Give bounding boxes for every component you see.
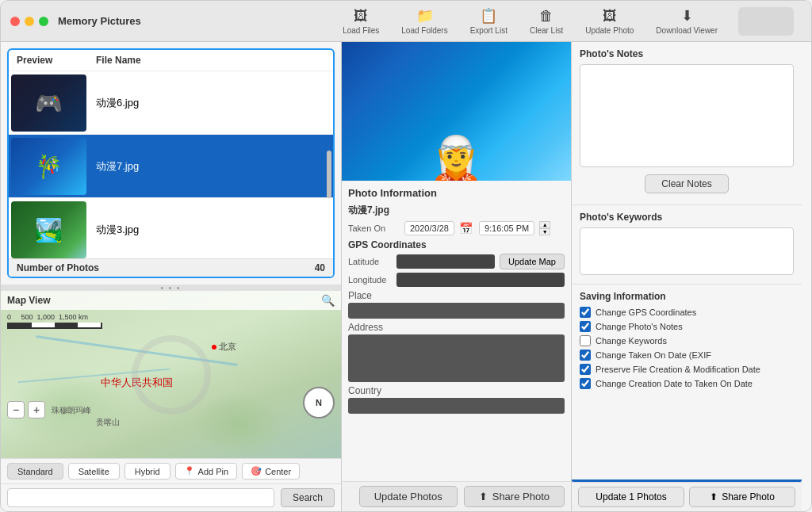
thumbnail-1: [11, 75, 86, 132]
col-filename-header: File Name: [96, 55, 325, 66]
right-share-button[interactable]: ⬆ Share Photo: [689, 487, 795, 507]
calendar-icon[interactable]: 📅: [459, 222, 473, 235]
export-list-label: Export List: [470, 26, 508, 35]
file-list-header: Preview File Name: [9, 50, 333, 71]
map-section: • • • Map View 🔍 0 500 1,000 1,500 km: [1, 285, 341, 511]
checkbox-row-2: Change Photo's Notes: [580, 321, 794, 332]
filename-2: 动漫7.jpg: [88, 159, 139, 174]
country-input[interactable]: [348, 398, 565, 414]
scroll-indicator: [327, 151, 331, 198]
address-input[interactable]: [348, 334, 565, 382]
map-container: Map View 🔍 0 500 1,000 1,500 km 中华人民共和国: [1, 291, 341, 458]
export-list-button[interactable]: 📋 Export List: [462, 4, 515, 38]
photo-filename: 动漫7.jpg: [348, 204, 565, 217]
map-watermark: [132, 335, 211, 415]
load-folders-button[interactable]: 📁 Load Folders: [393, 4, 455, 38]
center-button[interactable]: 🎯 Center: [242, 463, 300, 480]
download-viewer-label: Download Viewer: [656, 26, 718, 35]
latitude-input[interactable]: [396, 254, 495, 269]
place-input[interactable]: [348, 303, 565, 319]
checkbox-row-5: Preserve File Creation & Modification Da…: [580, 364, 794, 375]
change-notes-checkbox[interactable]: [580, 321, 591, 332]
load-files-label: Load Files: [343, 26, 379, 35]
keywords-textarea[interactable]: [580, 227, 794, 275]
map-search-icon[interactable]: 🔍: [321, 294, 335, 307]
photo-info-title: Photo Information: [348, 187, 565, 199]
filename-1: 动漫6.jpg: [88, 96, 139, 110]
change-keywords-checkbox[interactable]: [580, 335, 591, 346]
center-icon: 🎯: [251, 466, 262, 476]
add-pin-button[interactable]: 📍 Add Pin: [175, 463, 238, 480]
map-tab-hybrid[interactable]: Hybrid: [124, 463, 170, 480]
toolbar: 🖼 Load Files 📁 Load Folders 📋 Export Lis…: [335, 4, 802, 38]
col-preview-header: Preview: [17, 55, 96, 66]
share-photo-label: Share Photo: [492, 491, 550, 502]
thumbnail-2: [11, 138, 86, 195]
change-gps-checkbox[interactable]: [580, 307, 591, 318]
change-taken-on-checkbox[interactable]: [580, 350, 591, 361]
change-creation-date-checkbox[interactable]: [580, 378, 591, 389]
clear-notes-button[interactable]: Clear Notes: [645, 174, 728, 193]
zoom-minus-button[interactable]: −: [7, 401, 25, 418]
time-stepper[interactable]: ▲ ▼: [539, 221, 550, 235]
drag-handle[interactable]: • • •: [1, 285, 341, 291]
load-files-button[interactable]: 🖼 Load Files: [335, 5, 387, 38]
photo-figure: 🧝: [429, 137, 484, 181]
maximize-button[interactable]: [39, 17, 48, 26]
share-photo-button[interactable]: ⬆ Share Photo: [464, 486, 565, 507]
minimize-button[interactable]: [25, 17, 34, 26]
clear-list-label: Clear List: [530, 26, 563, 35]
load-folders-label: Load Folders: [401, 26, 447, 35]
notes-textarea[interactable]: [580, 64, 794, 167]
close-button[interactable]: [10, 17, 20, 26]
update-photo-button[interactable]: 🖼 Update Photo: [577, 5, 642, 38]
download-viewer-icon: ⬇: [681, 7, 693, 25]
search-button[interactable]: Search: [281, 488, 335, 507]
longitude-input[interactable]: [396, 273, 565, 287]
notes-title: Photo's Notes: [580, 48, 794, 59]
keywords-title: Photo's Keywords: [580, 212, 794, 223]
latitude-label: Latitude: [348, 257, 392, 266]
update-photo-label: Update Photo: [585, 26, 634, 35]
update-count-button[interactable]: Update 1 Photos: [578, 487, 684, 507]
taken-on-label: Taken On: [348, 224, 400, 233]
map-tab-standard[interactable]: Standard: [7, 463, 63, 480]
map-header: Map View 🔍: [1, 291, 341, 310]
notes-section: Photo's Notes Clear Notes: [572, 42, 802, 205]
update-map-button[interactable]: Update Map: [500, 254, 565, 269]
zoom-controls: − +: [7, 401, 45, 418]
beijing-label: 北京: [219, 341, 236, 353]
pin-icon: 📍: [184, 466, 195, 476]
taken-on-row: Taken On 2020/3/28 📅 9:16:05 PM ▲ ▼: [348, 221, 565, 235]
load-folders-icon: 📁: [416, 7, 434, 25]
place-label: Place: [348, 290, 565, 301]
date-field[interactable]: 2020/3/28: [404, 221, 454, 235]
photo-preview: mac软件圈.com 🧝: [342, 42, 571, 181]
thumbnail-3: [11, 201, 86, 258]
right-share-label: Share Photo: [722, 491, 775, 502]
zoom-plus-button[interactable]: +: [28, 401, 45, 418]
search-input[interactable]: [7, 488, 274, 507]
checkbox-row-6: Change Creation Date to Taken On Date: [580, 378, 794, 389]
center-panel: mac软件圈.com 🧝 Photo Information 动漫7.jpg T…: [342, 42, 572, 511]
preserve-date-checkbox[interactable]: [580, 364, 591, 375]
checkbox-row-4: Change Taken On Date (EXIF: [580, 350, 794, 361]
list-item[interactable]: 动漫6.jpg: [9, 71, 333, 135]
stepper-down[interactable]: ▼: [539, 228, 550, 235]
download-viewer-button[interactable]: ⬇ Download Viewer: [648, 4, 726, 38]
toolbar-extra: [738, 7, 794, 36]
list-item[interactable]: 动漫3.jpg: [9, 198, 333, 258]
file-list: 动漫6.jpg 动漫7.jpg 动漫3.jpg: [9, 71, 333, 258]
scale-bar: [7, 323, 102, 329]
list-item[interactable]: 动漫7.jpg: [9, 135, 333, 198]
saving-section: Saving Information Change GPS Coordinate…: [572, 285, 802, 480]
app-title: Memory Pictures: [58, 15, 141, 27]
time-field[interactable]: 9:16:05 PM: [479, 221, 534, 235]
app-window: Memory Pictures 🖼 Load Files 📁 Load Fold…: [0, 0, 812, 512]
keywords-section: Photo's Keywords: [572, 205, 802, 285]
map-tab-satellite[interactable]: Satellite: [68, 463, 120, 480]
clear-list-button[interactable]: 🗑 Clear List: [522, 5, 571, 38]
map-scale: 0 500 1,000 1,500 km: [7, 313, 102, 329]
stepper-up[interactable]: ▲: [539, 221, 550, 228]
update-photos-button[interactable]: Update Photos: [359, 486, 458, 507]
